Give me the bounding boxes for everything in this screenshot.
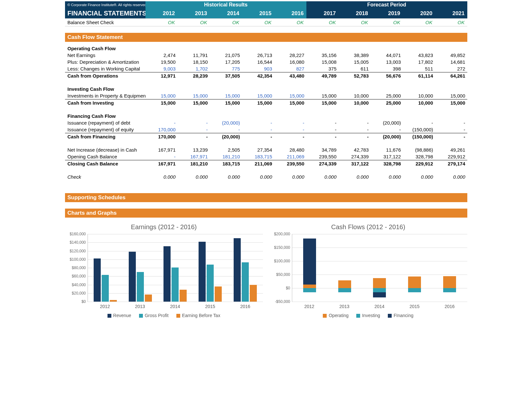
row-icf-header: Investing Cash Flow [65, 86, 467, 92]
section-supporting-schedules: Supporting Schedules [65, 193, 467, 202]
row-debt: Issuance (repayment) of debt--(20,000)--… [65, 119, 467, 126]
row-depreciation: Plus: Depreciation & Amortization19,5001… [65, 59, 467, 65]
row-closing-cash: Closing Cash Balance167,971181,210183,71… [65, 160, 467, 167]
section-cash-flow: Cash Flow Statement [65, 33, 467, 42]
row-ocf-header: Operating Cash Flow [65, 45, 467, 52]
balance-sheet-check-row: Balance Sheet Check OKOKOKOKOKOKOKOKOKOK [65, 19, 467, 26]
row-working-capital: Less: Changes in Working Capital9,0031,7… [65, 65, 467, 72]
forecast-label: Forecast Period [306, 1, 467, 8]
row-net-increase: Net Increase (decrease) in Cash167,97113… [65, 146, 467, 153]
financial-table: © Corporate Finance Institute®. All righ… [65, 1, 467, 218]
chart-cashflows: Cash Flows (2012 - 2016) -$50,000$0$50,0… [269, 221, 467, 318]
chart-cashflows-title: Cash Flows (2012 - 2016) [269, 223, 467, 231]
row-equity: Issuance (repayment) of equity170,000---… [65, 126, 467, 133]
page-title: FINANCIAL STATEMENTS [65, 8, 145, 19]
row-net-earnings: Net Earnings2,47411,79121,07526,71328,22… [65, 52, 467, 59]
historical-label: Historical Results [145, 1, 306, 8]
row-cash-from-investing: Cash from Investing15,00015,00015,00015,… [65, 99, 467, 107]
copyright-text: © Corporate Finance Institute®. All righ… [65, 1, 145, 8]
row-cash-from-ops: Cash from Operations12,97128,23937,50542… [65, 72, 467, 80]
row-fcf-header: Financing Cash Flow [65, 113, 467, 119]
row-cash-from-financing: Cash from Financing170,000-(20,000)----(… [65, 133, 467, 140]
row-check: Check0.0000.0000.0000.0000.0000.0000.000… [65, 173, 467, 180]
period-header-row: © Corporate Finance Institute®. All righ… [65, 1, 467, 8]
section-charts-graphs: Charts and Graphs [65, 209, 467, 218]
row-opening-cash: Opening Cash Balance-167,971181,210183,7… [65, 153, 467, 160]
row-investments-pe: Investments in Property & Equipment15,00… [65, 92, 467, 99]
chart-earnings: Earnings (2012 - 2016) $0$20,000$40,000$… [65, 221, 263, 318]
chart-earnings-title: Earnings (2012 - 2016) [65, 223, 263, 231]
years-header-row: FINANCIAL STATEMENTS 2012201320142015201… [65, 8, 467, 19]
